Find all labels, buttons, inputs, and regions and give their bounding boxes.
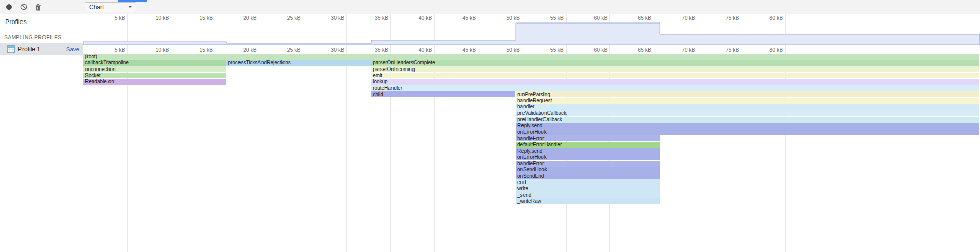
flame-frame[interactable]: onErrorHook <box>516 154 660 161</box>
profile-name: Profile 1 <box>18 45 63 53</box>
ruler-tick-label: 20 kB <box>227 15 257 21</box>
frame-label: processTicksAndRejections <box>228 60 290 65</box>
frame-label: preHandlerCallback <box>517 117 562 122</box>
view-mode-value: Chart <box>89 4 104 11</box>
flame-frame[interactable]: preHandlerCallback <box>516 117 979 123</box>
flame-frame[interactable]: _writeRaw <box>516 198 660 204</box>
frame-label: lookup <box>373 79 387 84</box>
ruler-tick-label: 45 kB <box>446 15 476 21</box>
ruler-tick-label: 5 kB <box>96 15 125 21</box>
frame-label: handleRequest <box>517 98 552 103</box>
flame-frame[interactable]: child <box>371 91 515 98</box>
flame-frame[interactable]: handler <box>516 104 979 110</box>
frame-label: defaultErrorHandler <box>517 142 562 147</box>
ruler-tick-label: 70 kB <box>666 47 695 53</box>
flame-frame[interactable]: handleError <box>516 161 660 167</box>
flame-frame[interactable]: routeHandler <box>371 85 979 91</box>
flame-frame[interactable]: write_ <box>516 186 660 192</box>
profile-list-item[interactable]: Profile 1 Save <box>0 43 83 55</box>
profiles-sidebar: Profiles SAMPLING PROFILES Profile 1 Sav… <box>0 14 83 252</box>
view-mode-select[interactable]: Chart ▼ <box>85 2 136 12</box>
frame-label: parserOnHeadersComplete <box>373 60 435 65</box>
ruler-tick-label: 30 kB <box>315 15 344 21</box>
flame-frame[interactable]: parserOnIncoming <box>371 66 979 73</box>
chevron-down-icon: ▼ <box>128 5 132 9</box>
flame-frame[interactable]: Readable.on <box>83 79 226 85</box>
ruler-tick-label: 65 kB <box>622 47 651 53</box>
frame-label: _send <box>517 192 531 198</box>
flame-frame[interactable]: _send <box>516 192 660 198</box>
delete-profile-button[interactable] <box>34 3 42 11</box>
flamechart-frames: (root)callbackTrampolineprocessTicksAndR… <box>83 54 980 252</box>
ruler-tick-label: 45 kB <box>446 47 476 53</box>
allocation-overview[interactable]: 5 kB10 kB15 kB20 kB25 kB30 kB35 kB40 kB4… <box>83 14 980 45</box>
flame-frame[interactable]: onconnection <box>83 66 226 73</box>
block-icon <box>20 4 27 10</box>
record-icon <box>6 4 12 10</box>
ruler-tick-label: 40 kB <box>403 15 432 21</box>
frame-label: runPreParsing <box>517 91 550 97</box>
profile-icon <box>7 45 15 53</box>
ruler-tick-label: 80 kB <box>753 15 783 21</box>
ruler-tick-label: 35 kB <box>359 15 388 21</box>
frame-label: Reply.send <box>517 123 542 128</box>
ruler-tick-label: 80 kB <box>753 47 783 53</box>
flame-frame[interactable]: Reply.send <box>516 123 979 129</box>
ruler-tick-label: 10 kB <box>139 47 169 53</box>
frame-label: handleError <box>517 135 544 141</box>
flame-frame[interactable]: defaultErrorHandler <box>516 142 660 148</box>
frame-label: onSendEnd <box>517 173 544 179</box>
ruler-tick-label: 25 kB <box>271 15 301 21</box>
ruler-tick-label: 55 kB <box>534 47 564 53</box>
frame-label: child <box>373 91 383 97</box>
ruler-tick-label: 75 kB <box>710 47 739 53</box>
flame-frame[interactable]: callbackTrampoline <box>83 60 226 66</box>
frame-label: Socket <box>85 73 101 78</box>
ruler-tick-label: 60 kB <box>578 15 607 21</box>
flame-frame[interactable]: processTicksAndRejections <box>226 60 371 66</box>
save-link[interactable]: Save <box>66 46 79 52</box>
profiler-toolbar: Chart ▼ <box>0 0 980 14</box>
overview-area-path <box>83 23 980 45</box>
frame-label: end <box>517 179 526 185</box>
ruler-tick-label: 10 kB <box>139 15 169 21</box>
ruler-tick-label: 15 kB <box>183 47 213 53</box>
frame-label: onconnection <box>85 66 116 72</box>
sidebar-title: Profiles <box>0 14 83 30</box>
frame-label: handleError <box>517 161 544 166</box>
flame-frame[interactable]: (root) <box>83 54 979 60</box>
ruler-tick-label: 15 kB <box>183 15 213 21</box>
flame-frame[interactable]: onSendHook <box>516 167 660 173</box>
flame-frame[interactable]: onErrorHook <box>516 129 979 135</box>
frame-label: onSendHook <box>517 167 547 172</box>
flame-frame[interactable]: parserOnHeadersComplete <box>371 60 979 66</box>
flame-frame[interactable]: emit <box>371 73 979 79</box>
flame-frame[interactable]: Socket <box>83 73 226 79</box>
ruler-tick-label: 5 kB <box>96 47 125 53</box>
flame-frame[interactable]: end <box>516 179 660 186</box>
ruler-tick-label: 35 kB <box>359 47 388 53</box>
record-button[interactable] <box>5 3 13 11</box>
frame-label: preValidationCallback <box>517 110 567 116</box>
ruler-tick-label: 40 kB <box>403 47 432 53</box>
clear-profiles-button[interactable] <box>19 3 28 11</box>
flame-frame[interactable]: handleError <box>516 135 660 142</box>
frame-label: onErrorHook <box>517 129 547 135</box>
flame-frame[interactable]: preValidationCallback <box>516 110 979 117</box>
flamechart-canvas[interactable]: (root)callbackTrampolineprocessTicksAndR… <box>83 45 980 252</box>
ruler-tick-label: 25 kB <box>271 47 301 53</box>
ruler-tick-label: 60 kB <box>578 47 607 53</box>
ruler-tick-label: 75 kB <box>710 15 739 21</box>
trash-icon <box>35 4 41 11</box>
panel-tab-indicator <box>118 0 147 2</box>
ruler-tick-label: 30 kB <box>315 47 344 53</box>
flame-frame[interactable]: handleRequest <box>516 98 979 104</box>
flame-frame[interactable]: onSendEnd <box>516 173 660 179</box>
flame-frame[interactable]: Reply.send <box>516 148 660 154</box>
toolbar-button-group <box>0 0 83 14</box>
flame-frame[interactable]: lookup <box>371 79 979 85</box>
flame-frame[interactable]: runPreParsing <box>516 91 979 98</box>
flamechart-panel: 5 kB10 kB15 kB20 kB25 kB30 kB35 kB40 kB4… <box>83 14 980 252</box>
frame-label: handler <box>517 104 534 109</box>
frame-label: _writeRaw <box>517 198 541 204</box>
